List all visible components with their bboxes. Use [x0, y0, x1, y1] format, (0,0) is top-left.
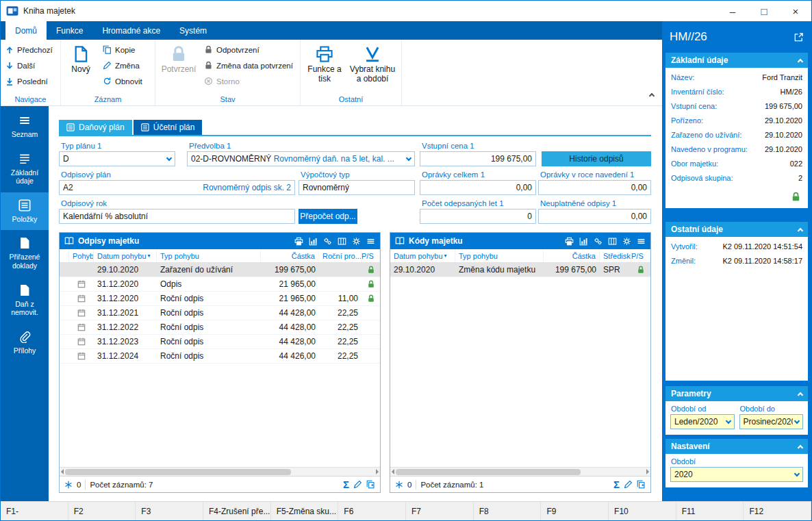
next-button[interactable]: Další	[2, 58, 56, 73]
column-header-stredisko[interactable]: Středisk	[600, 249, 631, 262]
fkey-f1[interactable]: F1-	[1, 502, 68, 520]
dropdown-chevron-icon[interactable]	[166, 155, 172, 161]
column-header-datum-pohybu[interactable]: Datum pohybu▾	[390, 249, 455, 262]
chart-icon[interactable]	[579, 237, 588, 246]
select-book-period-button[interactable]: Vybrat knihu a období	[347, 42, 398, 92]
obdobi-do-input[interactable]: Prosinec/2020	[739, 414, 804, 429]
copy-button[interactable]: Kopie	[99, 42, 146, 58]
predvolba-input[interactable]: 02-D-ROVNOMĚRNÝ Rovnoměrný daň. na 5 let…	[187, 151, 415, 166]
scrollbar-thumb[interactable]	[396, 469, 581, 475]
fkey-f12[interactable]: F12	[744, 502, 811, 520]
odpisovy-rok-input[interactable]: Kalendářní % absolutní	[59, 209, 295, 224]
new-button[interactable]: Nový	[62, 42, 99, 92]
fkey-f4[interactable]: F4-Zrušení pře...	[203, 502, 271, 520]
table-row[interactable]: 31.12.2020 Roční odpis 21 965,00 11,00	[60, 292, 380, 306]
close-button[interactable]: ×	[780, 1, 811, 21]
dropdown-chevron-icon[interactable]	[794, 418, 800, 424]
vstupni-cena-input[interactable]: 199 675,00	[420, 151, 536, 166]
column-header-typ-pohybu[interactable]: Typ pohybu	[157, 249, 261, 262]
storno-button[interactable]: Storno	[201, 73, 296, 89]
fkey-f7[interactable]: F7	[406, 502, 474, 520]
refresh-button[interactable]: Obnovit	[99, 73, 146, 89]
change-button[interactable]: Změna	[99, 58, 146, 73]
columns-icon[interactable]	[608, 237, 617, 246]
column-header-castka[interactable]: Částka	[544, 249, 600, 262]
dropdown-chevron-icon[interactable]	[794, 471, 800, 476]
table-row[interactable]: 29.10.2020 Zařazení do užívání 199 675,0…	[60, 263, 380, 277]
settings-gear-icon[interactable]	[622, 237, 631, 246]
section-header-zakladni-udaje[interactable]: Základní údaje	[665, 53, 808, 68]
column-header-castka[interactable]: Částka	[261, 249, 319, 262]
table-row[interactable]: 31.12.2020 Odpis 21 965,00	[60, 277, 380, 292]
last-button[interactable]: Poslední	[2, 73, 56, 89]
column-header-ps[interactable]: P/S	[631, 249, 650, 262]
sidebar-item-prilohy[interactable]: Přílohy	[1, 324, 49, 362]
sidebar-item-prirazene-doklady[interactable]: Přiřazené doklady	[1, 230, 49, 277]
horizontal-scrollbar[interactable]	[60, 467, 380, 476]
collapse-ribbon-button[interactable]	[650, 90, 654, 100]
tab-danovy-plan[interactable]: Daňový plán	[59, 120, 132, 135]
previous-button[interactable]: Předchozí	[2, 42, 56, 58]
menu-icon[interactable]	[366, 237, 375, 246]
table-row[interactable]: 31.12.2024 Roční odpis 44 426,00 22,25	[60, 349, 380, 364]
functions-print-button[interactable]: Funkce a tisk	[302, 42, 347, 92]
typ-planu-input[interactable]: D	[59, 151, 175, 166]
dropdown-chevron-icon[interactable]	[725, 418, 731, 424]
gears-icon[interactable]	[323, 237, 332, 246]
sum-icon[interactable]: Σ	[613, 479, 620, 490]
section-header-ostatni-udaje[interactable]: Ostatní údaje	[665, 222, 808, 237]
table-row[interactable]: 31.12.2022 Roční odpis 44 428,00 22,25	[60, 320, 380, 335]
frozen-rows-icon[interactable]	[64, 481, 73, 489]
fkey-f3[interactable]: F3	[136, 502, 203, 520]
scrollbar-thumb[interactable]	[65, 469, 291, 475]
fkey-f5[interactable]: F5-Změna sku...	[271, 502, 339, 520]
column-header-datum-pohybu[interactable]: Datum pohybu▾	[94, 249, 157, 262]
minimize-button[interactable]: –	[717, 1, 748, 21]
horizontal-scrollbar[interactable]	[390, 467, 650, 476]
sidebar-item-dan-z-nemovitosti[interactable]: Daň z nemovit.	[1, 277, 49, 324]
prepocet-button[interactable]: Přepočet odp...	[299, 209, 357, 224]
table-row[interactable]: 31.12.2021 Roční odpis 44 428,00 22,25	[60, 306, 380, 320]
table-row[interactable]: 29.10.2020 Změna kódu majetku 199 675,00…	[390, 263, 650, 277]
table-row[interactable]: 31.12.2023 Roční odpis 44 428,00 22,25	[60, 335, 380, 349]
print-icon[interactable]	[565, 237, 574, 246]
fkey-f11[interactable]: F11	[676, 502, 744, 520]
scroll-left-arrow[interactable]	[61, 469, 64, 474]
edit-icon[interactable]	[353, 480, 362, 489]
scroll-right-arrow[interactable]	[646, 469, 649, 474]
opravky-navedeni-input[interactable]: 0,00	[538, 180, 651, 195]
column-header-ps[interactable]: P/S	[361, 249, 380, 262]
maximize-button[interactable]: □	[748, 1, 780, 21]
copy-add-icon[interactable]	[366, 480, 375, 489]
edit-icon[interactable]	[624, 480, 633, 489]
sidebar-item-zakladni-udaje[interactable]: Základní údaje	[1, 146, 49, 192]
ribbon-tab-domu[interactable]: Domů	[5, 21, 47, 40]
pocet-let-input[interactable]: 0	[420, 209, 536, 224]
ribbon-tab-system[interactable]: Systém	[170, 21, 216, 40]
ribbon-tab-hromadne-akce[interactable]: Hromadné akce	[92, 21, 170, 40]
obdobi-od-input[interactable]: Leden/2020	[670, 414, 735, 429]
opravky-celkem-input[interactable]: 0,00	[420, 180, 536, 195]
print-icon[interactable]	[294, 237, 303, 246]
fkey-f10[interactable]: F10	[609, 502, 676, 520]
open-in-new-icon[interactable]	[794, 32, 804, 42]
copy-add-icon[interactable]	[637, 480, 646, 489]
change-confirm-date-button[interactable]: Změna data potvrzení	[201, 58, 296, 73]
chart-icon[interactable]	[309, 237, 318, 246]
columns-icon[interactable]	[338, 237, 346, 246]
tab-ucetni-plan[interactable]: Účetní plán	[134, 120, 203, 135]
sidebar-item-seznam[interactable]: Seznam	[1, 107, 49, 146]
obdobi-input[interactable]: 2020	[670, 467, 803, 482]
sidebar-item-polozky[interactable]: Položky	[1, 192, 49, 231]
column-header-pohyb[interactable]: Pohyb	[69, 249, 94, 262]
scroll-left-arrow[interactable]	[392, 469, 394, 474]
neuplatnene-input[interactable]: 0,00	[538, 209, 651, 224]
section-header-nastaveni[interactable]: Nastavení	[665, 439, 808, 454]
historie-odpisu-button[interactable]: Historie odpisů	[542, 151, 651, 166]
frozen-rows-icon[interactable]	[395, 481, 403, 489]
sum-icon[interactable]: Σ	[343, 479, 349, 490]
fkey-f6[interactable]: F6	[338, 502, 406, 520]
ribbon-tab-funkce[interactable]: Funkce	[47, 21, 92, 40]
fkey-f2[interactable]: F2	[68, 502, 136, 520]
settings-gear-icon[interactable]	[352, 237, 361, 246]
